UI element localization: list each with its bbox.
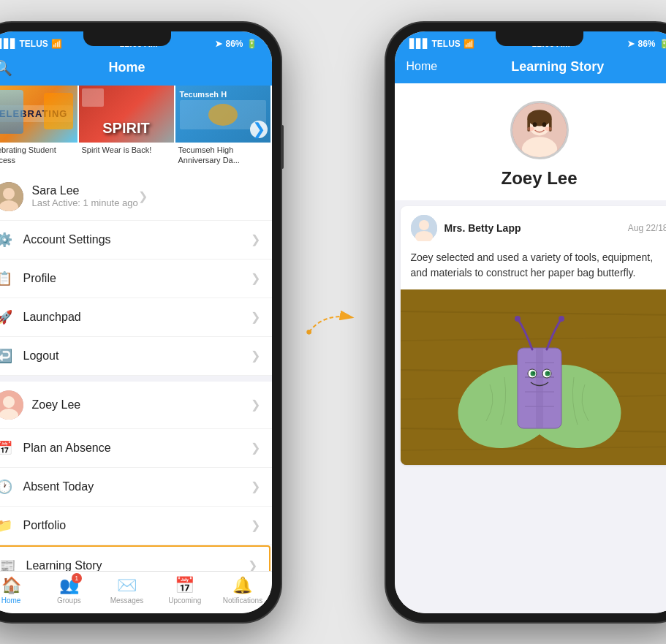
bottom-nav-left: 🏠 Home 👥 1 Groups ✉️ Messages: [0, 571, 272, 613]
carousel-img-celebrating: CELEBRATING: [0, 86, 77, 143]
svg-point-43: [532, 371, 534, 374]
logout-icon: ↩️: [0, 346, 15, 366]
ls-post-card: Mrs. Betty Lapp Aug 22/18 Zoey selected …: [401, 206, 667, 465]
chevron-launchpad: ❯: [251, 310, 260, 324]
carousel-overlay-tecumseh: Tecumseh H: [180, 90, 227, 99]
learning-story-icon: 📰: [0, 556, 18, 571]
svg-point-18: [542, 122, 546, 126]
nav-groups[interactable]: 👥 1 Groups: [40, 576, 98, 605]
groups-badge: 1: [72, 573, 82, 583]
profile-label: Profile: [23, 272, 251, 285]
ls-post-image: [401, 289, 667, 465]
status-bar-right-info: ➤ 86% 🔋: [215, 39, 257, 49]
carousel-label-spirit: Spirit Wear is Back!: [79, 143, 174, 157]
svg-point-4: [3, 396, 15, 408]
avatar-zoey: [0, 390, 23, 420]
svg-point-1: [3, 188, 15, 200]
notifications-icon-wrapper: 🔔: [232, 576, 252, 595]
ls-content[interactable]: Zoey Lee Mrs. Betty Lapp Aug 2: [395, 83, 667, 613]
carousel-img-spirit: SPIRIT: [79, 86, 174, 143]
wifi-icon: 📶: [51, 39, 62, 49]
scene: ▋▋▋ TELUS 📶 11:06 AM ➤ 86% 🔋 🔍 Home: [0, 8, 666, 637]
carousel: CELEBRATING Celebrating Student Success …: [0, 86, 272, 173]
carousel-item-celebrating[interactable]: CELEBRATING Celebrating Student Success: [0, 86, 77, 173]
carrier-label: TELUS: [20, 39, 48, 49]
status-bar-right-left: ▋▋▋ TELUS 📶: [409, 39, 474, 49]
portfolio-icon: 📁: [0, 515, 15, 536]
nav-messages-label: Messages: [110, 596, 144, 605]
menu-item-zoey-lee[interactable]: Zoey Lee ❯: [0, 382, 272, 429]
carousel-next-arrow[interactable]: ❯: [250, 121, 268, 138]
zoey-name: Zoey Lee: [32, 398, 251, 412]
svg-point-17: [532, 122, 537, 126]
portfolio-label: Portfolio: [23, 519, 251, 532]
menu-section-sara: Sara Lee Last Active: 1 minute ago ❯ ⚙️ …: [0, 173, 272, 376]
svg-point-14: [527, 110, 551, 126]
svg-point-44: [547, 371, 549, 374]
nav-groups-label: Groups: [57, 596, 81, 605]
ls-profile-section: Zoey Lee: [395, 83, 667, 200]
nav-messages[interactable]: ✉️ Messages: [98, 576, 156, 605]
menu-item-sara-lee[interactable]: Sara Lee Last Active: 1 minute ago ❯: [0, 173, 272, 221]
plan-absence-label: Plan an Absence: [23, 442, 251, 455]
status-bar-time-right: 11:06 AM: [532, 39, 570, 49]
battery-label-right: 86%: [637, 39, 655, 49]
status-bar-time: 11:06 AM: [120, 39, 158, 49]
ls-student-name: Zoey Lee: [501, 168, 577, 189]
svg-point-45: [515, 316, 521, 322]
svg-point-19: [527, 126, 534, 131]
sara-name: Sara Lee: [32, 184, 138, 197]
phone-right-screen: ▋▋▋ TELUS 📶 11:06 AM ➤ 86% 🔋 Home Learni…: [395, 31, 667, 613]
status-bar-left: ▋▋▋ TELUS 📶 11:06 AM ➤ 86% 🔋: [0, 31, 272, 53]
account-settings-label: Account Settings: [23, 233, 251, 246]
account-settings-icon: ⚙️: [0, 230, 15, 250]
chevron-logout: ❯: [251, 349, 260, 363]
carousel-label-tecumseh: Tecumseh High Anniversary Da...: [175, 143, 270, 168]
ls-zoey-avatar: [510, 101, 569, 159]
back-button[interactable]: Home: [406, 60, 438, 73]
ls-post-date: Aug 22/18: [628, 223, 666, 233]
location-icon: ➤: [215, 39, 222, 49]
ls-post-text: Zoey selected and used a variety of tool…: [401, 247, 667, 289]
ls-teacher-name: Mrs. Betty Lapp: [444, 222, 628, 234]
upcoming-icon: 📅: [175, 576, 194, 594]
carousel-label-celebrating: Celebrating Student Success: [0, 143, 77, 168]
chevron-absent-today: ❯: [251, 480, 260, 493]
wifi-icon-right: 📶: [463, 39, 474, 49]
signal-icon-right: ▋▋▋: [409, 39, 429, 49]
ls-title: Learning Story: [443, 59, 666, 75]
ls-post-header: Mrs. Betty Lapp Aug 22/18: [401, 206, 667, 247]
logout-label: Logout: [23, 349, 251, 363]
screen-content-left[interactable]: CELEBRATING Celebrating Student Success …: [0, 86, 272, 571]
svg-point-20: [545, 126, 551, 131]
upcoming-icon-wrapper: 📅: [175, 576, 194, 595]
nav-upcoming[interactable]: 📅 Upcoming: [156, 576, 213, 605]
menu-item-launchpad[interactable]: 🚀 Launchpad ❯: [0, 298, 272, 337]
menu-item-learning-story[interactable]: 📰 Learning Story ❯: [0, 545, 270, 571]
battery-icon: 🔋: [246, 39, 257, 49]
menu-item-absent-today[interactable]: 🕐 Absent Today ❯: [0, 468, 272, 507]
messages-icon: ✉️: [117, 576, 137, 594]
nav-notifications[interactable]: 🔔 Notifications: [213, 576, 271, 605]
nav-home-label: Home: [1, 596, 21, 605]
carousel-item-spirit[interactable]: SPIRIT Spirit Wear is Back!: [79, 86, 174, 173]
launchpad-icon: 🚀: [0, 307, 15, 327]
groups-icon-wrapper: 👥 1: [59, 576, 79, 595]
home-icon: 🏠: [1, 576, 21, 594]
svg-point-22: [419, 220, 429, 230]
menu-item-account-settings[interactable]: ⚙️ Account Settings ❯: [0, 221, 272, 260]
svg-point-10: [306, 330, 311, 335]
ls-teacher-avatar: [411, 215, 437, 241]
menu-item-plan-absence[interactable]: 📅 Plan an Absence ❯: [0, 429, 272, 468]
menu-item-portfolio[interactable]: 📁 Portfolio ❯: [0, 507, 272, 545]
nav-home[interactable]: 🏠 Home: [0, 576, 40, 605]
absent-today-label: Absent Today: [23, 480, 251, 493]
menu-item-profile[interactable]: 📋 Profile ❯: [0, 260, 272, 298]
search-icon[interactable]: 🔍: [0, 59, 12, 77]
chevron-zoey: ❯: [251, 398, 260, 412]
home-icon-wrapper: 🏠: [1, 576, 21, 595]
carrier-label-right: TELUS: [432, 39, 461, 49]
location-icon-right: ➤: [627, 39, 635, 49]
status-bar-left-info: ▋▋▋ TELUS 📶: [0, 39, 62, 49]
menu-item-logout[interactable]: ↩️ Logout ❯: [0, 337, 272, 376]
